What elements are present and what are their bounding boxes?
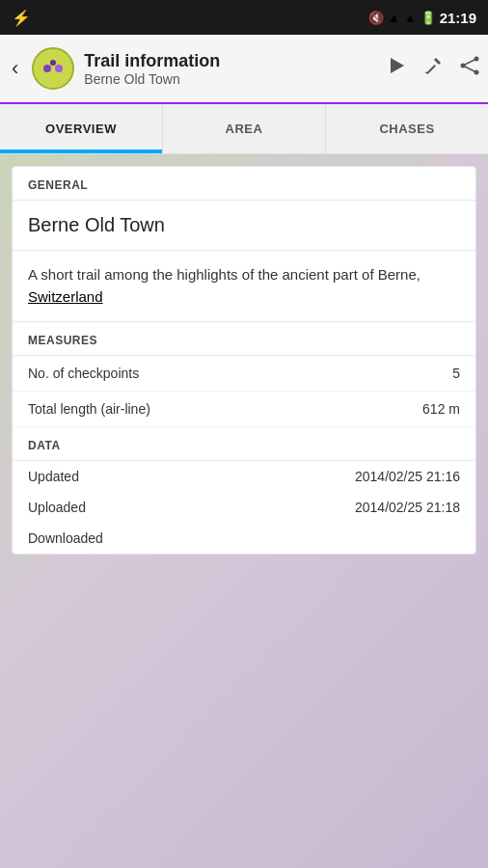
general-section-header: GENERAL [13,167,475,201]
signal-icon: ▲ [404,11,417,25]
tab-area[interactable]: AREA [163,104,326,153]
tabs-bar: OVERVIEW AREA CHASES [0,104,488,154]
app-bar-actions [386,55,480,82]
svg-marker-3 [391,58,404,73]
data-uploaded: Uploaded 2014/02/25 21:18 [13,492,475,523]
svg-point-0 [43,65,51,72]
svg-line-11 [463,66,476,72]
svg-marker-5 [434,58,441,65]
trail-name: Berne Old Town [13,201,475,251]
info-card: GENERAL Berne Old Town A short trail amo… [12,166,476,555]
edit-button[interactable] [422,55,444,82]
svg-rect-4 [426,65,436,74]
trail-description: A short trail among the highlights of th… [13,251,475,322]
app-title-group: Trail information Berne Old Town [84,51,376,87]
tab-chases[interactable]: CHASES [326,104,488,153]
data-downloaded: Downloaded [13,523,475,554]
app-bar: ‹ Trail information Berne Old Town [0,35,488,104]
measure-length: Total length (air-line) 612 m [13,392,475,427]
battery-icon: 🔋 [420,11,436,25]
data-updated: Updated 2014/02/25 21:16 [13,461,475,492]
app-title: Trail information [84,51,376,71]
status-time: 21:19 [440,10,476,26]
status-bar: ⚡ 🔇 ▲ ▲ 🔋 21:19 [0,0,488,35]
data-section-header: DATA [13,427,475,461]
share-button[interactable] [459,55,480,82]
play-button[interactable] [386,55,407,82]
back-button[interactable]: ‹ [8,52,22,85]
measure-checkpoints: No. of checkpoints 5 [13,356,475,392]
trail-logo-icon [40,55,67,82]
mute-icon: 🔇 [368,11,384,25]
switzerland-link[interactable]: Switzerland [28,288,103,305]
svg-point-2 [50,60,56,66]
tab-overview[interactable]: OVERVIEW [0,104,163,153]
svg-line-10 [463,59,476,66]
main-content: GENERAL Berne Old Town A short trail amo… [0,154,488,566]
usb-icon: ⚡ [12,9,31,27]
svg-point-1 [55,65,63,72]
measures-section-header: MEASURES [13,322,475,356]
app-subtitle: Berne Old Town [84,71,376,87]
wifi-icon: ▲ [388,11,400,25]
status-icons: 🔇 ▲ ▲ 🔋 21:19 [368,10,476,26]
app-icon [32,47,74,90]
